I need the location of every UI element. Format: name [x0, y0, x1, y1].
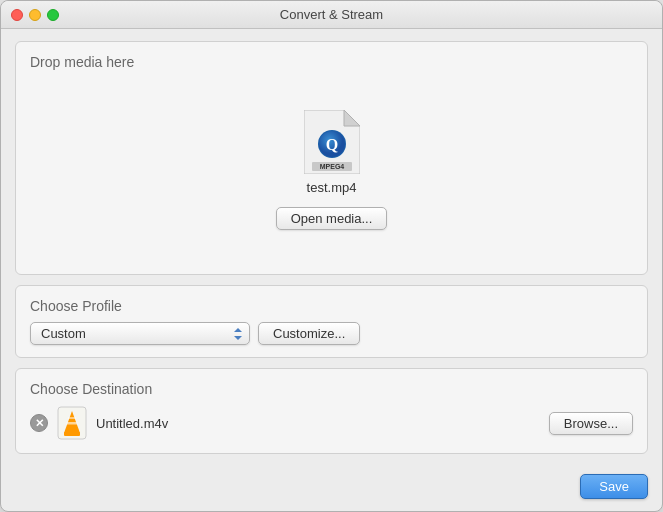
main-content: Drop media here	[1, 29, 662, 466]
browse-button[interactable]: Browse...	[549, 412, 633, 435]
remove-destination-button[interactable]: ✕	[30, 414, 48, 432]
profile-row: Custom Video - H.264 + MP3 (MP4) Video -…	[30, 322, 633, 345]
traffic-lights	[11, 9, 59, 21]
svg-text:MPEG4: MPEG4	[319, 163, 344, 170]
destination-row: ✕ Untitled.m4v Browse...	[30, 405, 633, 441]
destination-filename: Untitled.m4v	[96, 416, 541, 431]
vlc-icon	[56, 405, 88, 441]
title-bar: Convert & Stream	[1, 1, 662, 29]
save-button[interactable]: Save	[580, 474, 648, 499]
customize-button[interactable]: Customize...	[258, 322, 360, 345]
media-file-name: test.mp4	[307, 180, 357, 195]
minimize-button[interactable]	[29, 9, 41, 21]
destination-section: Choose Destination ✕ Untitled.m4v Browse…	[15, 368, 648, 454]
mpeg4-file-icon: Q MPEG4	[304, 110, 360, 174]
window-title: Convert & Stream	[280, 7, 383, 22]
profile-select-wrapper: Custom Video - H.264 + MP3 (MP4) Video -…	[30, 322, 250, 345]
maximize-button[interactable]	[47, 9, 59, 21]
file-icon-container: Q MPEG4 test.mp4	[304, 110, 360, 195]
profile-section: Choose Profile Custom Video - H.264 + MP…	[15, 285, 648, 358]
svg-rect-13	[68, 417, 76, 419]
svg-rect-12	[67, 422, 78, 425]
destination-title: Choose Destination	[30, 381, 633, 397]
svg-text:Q: Q	[325, 136, 337, 153]
svg-marker-1	[344, 110, 360, 126]
main-window: Convert & Stream Drop media here	[0, 0, 663, 512]
drop-media-title: Drop media here	[30, 54, 633, 70]
close-button[interactable]	[11, 9, 23, 21]
footer: Save	[1, 466, 662, 511]
svg-rect-11	[64, 432, 80, 436]
profile-select[interactable]: Custom Video - H.264 + MP3 (MP4) Video -…	[30, 322, 250, 345]
drop-media-section: Drop media here	[15, 41, 648, 275]
profile-title: Choose Profile	[30, 298, 633, 314]
open-media-button[interactable]: Open media...	[276, 207, 388, 230]
drop-area[interactable]: Q MPEG4 test.mp4	[30, 78, 633, 262]
